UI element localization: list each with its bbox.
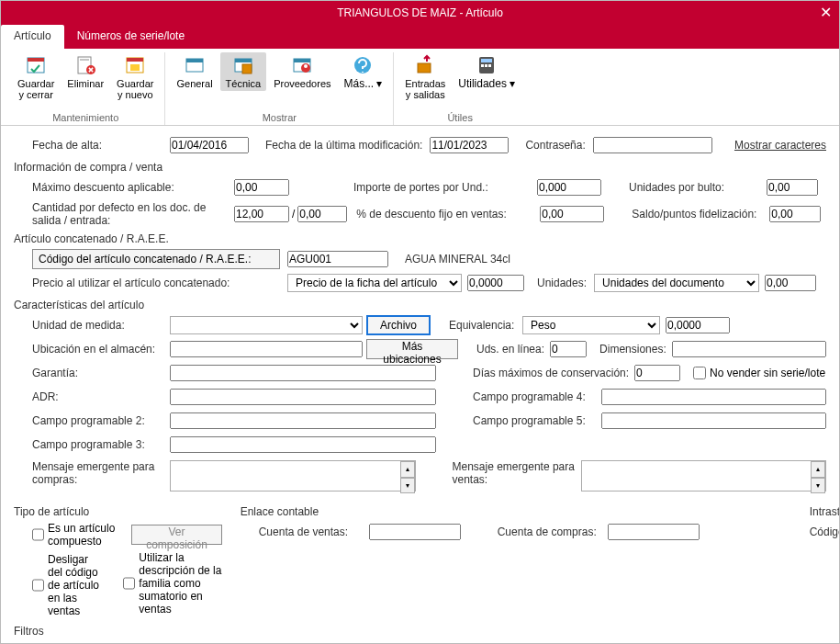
lbl-fecha-alta: Fecha de alta: bbox=[14, 139, 170, 152]
lbl-cant-def: Cantidad por defecto en los doc. de sali… bbox=[32, 201, 234, 227]
ribbon: Guardar y cerrar Eliminar Guardar y nuev… bbox=[1, 49, 839, 126]
btn-archivo[interactable]: Archivo bbox=[366, 315, 431, 335]
chk-compuesto[interactable]: Es un artículo compuesto bbox=[32, 522, 131, 548]
lbl-cp4: Campo programable 4: bbox=[473, 390, 601, 403]
um-select[interactable] bbox=[170, 316, 363, 334]
adr-input[interactable] bbox=[170, 389, 436, 405]
btn-utilidades[interactable]: Utilidades ▾ bbox=[453, 52, 521, 102]
section-enlace: Enlace contable bbox=[241, 505, 791, 518]
ubic-input[interactable] bbox=[170, 341, 363, 357]
btn-tecnica[interactable]: Técnica bbox=[220, 52, 267, 91]
ribbon-group-mantenimiento: Guardar y cerrar Eliminar Guardar y nuev… bbox=[6, 52, 165, 125]
chk-no-vender[interactable]: No vender sin serie/lote bbox=[693, 367, 825, 379]
tecnica-icon bbox=[232, 54, 254, 76]
cod-concat-desc: AGUA MINERAL 34cl bbox=[405, 253, 510, 266]
lbl-unidades: Unidades: bbox=[537, 277, 587, 289]
svg-rect-5 bbox=[127, 58, 143, 62]
svg-rect-11 bbox=[242, 64, 252, 73]
contrasena-input[interactable] bbox=[593, 137, 712, 153]
link-mostrar-caracteres[interactable]: Mostrar caracteres bbox=[734, 139, 826, 152]
section-intrastat: Intrastat bbox=[810, 505, 840, 518]
ribbon-group-title: Mostrar bbox=[263, 110, 297, 125]
lbl-cuenta-ventas: Cuenta de ventas: bbox=[259, 525, 369, 538]
btn-eliminar[interactable]: Eliminar bbox=[62, 52, 109, 102]
btn-cod-concat[interactable]: Código del artículo concatenado / R.A.E.… bbox=[32, 249, 280, 269]
spin-down-icon[interactable]: ▾ bbox=[811, 478, 825, 494]
fecha-mod-input bbox=[430, 137, 509, 153]
spin-down-icon[interactable]: ▾ bbox=[400, 478, 415, 494]
lbl-cp5: Campo programable 5: bbox=[473, 414, 601, 427]
svg-rect-10 bbox=[235, 59, 252, 62]
cp3-input[interactable] bbox=[170, 436, 436, 453]
tab-series[interactable]: Números de serie/lote bbox=[64, 25, 197, 49]
svg-rect-17 bbox=[418, 63, 431, 73]
lbl-contrasena: Contraseña: bbox=[525, 139, 585, 152]
unidades-select[interactable]: Unidades del documento bbox=[594, 274, 759, 292]
cuenta-ventas-input[interactable] bbox=[369, 524, 461, 540]
desc-fijo-input[interactable] bbox=[540, 206, 604, 222]
close-icon[interactable]: ✕ bbox=[820, 4, 832, 21]
lbl-desc-fijo: % de descuento fijo en ventas: bbox=[356, 208, 540, 220]
btn-proveedores[interactable]: Proveedores bbox=[268, 52, 336, 91]
svg-rect-6 bbox=[130, 64, 140, 71]
lbl-saldo: Saldo/puntos fidelización: bbox=[632, 208, 769, 220]
cp2-input[interactable] bbox=[170, 412, 436, 429]
chk-usar-desc-familia[interactable]: Utilizar la descripción de la familia co… bbox=[123, 551, 221, 616]
cant-def-entrada-input[interactable] bbox=[297, 206, 347, 222]
chevron-down-icon: ▾ bbox=[376, 77, 382, 90]
importe-portes-input[interactable] bbox=[537, 179, 601, 196]
svg-rect-8 bbox=[186, 59, 203, 62]
tab-articulo[interactable]: Artículo bbox=[1, 25, 64, 49]
unidades-num bbox=[765, 275, 816, 291]
lbl-msg-ventas: Mensaje emergente para ventas: bbox=[453, 460, 581, 486]
lbl-max-desc: Máximo descuento aplicable: bbox=[32, 181, 234, 194]
msg-ventas-input[interactable] bbox=[581, 460, 827, 491]
spin-up-icon[interactable]: ▴ bbox=[811, 461, 825, 478]
chevron-down-icon: ▾ bbox=[510, 77, 515, 90]
section-tipo: Tipo de artículo bbox=[14, 505, 222, 518]
ribbon-group-mostrar: General Técnica Proveedores Más... ▾ Mos… bbox=[165, 52, 394, 125]
lbl-msg-compras: Mensaje emergente para compras: bbox=[32, 460, 170, 486]
equiv-input[interactable] bbox=[666, 317, 730, 333]
cant-def-salida-input[interactable] bbox=[234, 206, 289, 222]
window-title: TRIANGULOS DE MAIZ - Artículo bbox=[337, 6, 503, 19]
svg-rect-20 bbox=[481, 64, 484, 67]
msg-compras-input[interactable] bbox=[170, 460, 416, 491]
spin-up-icon[interactable]: ▴ bbox=[400, 461, 415, 478]
dimensiones-input[interactable] bbox=[672, 341, 826, 357]
cuenta-compras-input[interactable] bbox=[608, 524, 700, 540]
btn-mas-ubic[interactable]: Más ubicaciones bbox=[366, 339, 458, 359]
lbl-dias-max: Días máximos de conservación: bbox=[473, 367, 629, 379]
equiv-select[interactable]: Peso bbox=[522, 316, 660, 334]
general-icon bbox=[184, 54, 206, 76]
lbl-precio-concat: Precio al utilizar el artículo concatena… bbox=[32, 277, 271, 289]
lbl-uds-bulto: Unidades por bulto: bbox=[629, 181, 767, 194]
precio-concat-select[interactable]: Precio de la ficha del artículo bbox=[287, 274, 462, 292]
btn-guardar-cerrar[interactable]: Guardar y cerrar bbox=[12, 52, 60, 102]
proveedores-icon bbox=[291, 54, 313, 76]
uds-bulto-input[interactable] bbox=[767, 179, 818, 196]
cp5-input[interactable] bbox=[601, 412, 826, 429]
lbl-cn8: Código estadístico CN8: bbox=[810, 525, 840, 538]
btn-mas[interactable]: Más... ▾ bbox=[339, 52, 388, 91]
chk-desligar[interactable]: Desligar del código de artículo en las v… bbox=[32, 553, 105, 617]
mas-icon bbox=[352, 54, 374, 76]
fecha-alta-input[interactable] bbox=[170, 137, 249, 153]
garantia-input[interactable] bbox=[170, 365, 436, 381]
titlebar: TRIANGULOS DE MAIZ - Artículo ✕ bbox=[1, 1, 839, 25]
delete-icon bbox=[74, 54, 96, 76]
saldo-input[interactable] bbox=[769, 206, 821, 222]
utilidades-icon bbox=[476, 54, 498, 76]
section-info-compra: Información de compra / venta bbox=[14, 161, 826, 174]
btn-entradas-salidas[interactable]: Entradas y salidas bbox=[399, 52, 451, 102]
btn-general[interactable]: General bbox=[171, 52, 218, 91]
svg-point-15 bbox=[304, 64, 308, 68]
btn-guardar-nuevo[interactable]: Guardar y nuevo bbox=[111, 52, 159, 102]
cod-concat-input[interactable] bbox=[287, 251, 388, 267]
dias-max-input[interactable] bbox=[634, 365, 680, 381]
uds-linea-input[interactable] bbox=[550, 341, 587, 357]
max-desc-input[interactable] bbox=[234, 179, 289, 196]
lbl-uds-linea: Uds. en línea: bbox=[476, 343, 544, 356]
lbl-cp2: Campo programable 2: bbox=[32, 414, 170, 427]
cp4-input[interactable] bbox=[601, 389, 826, 405]
